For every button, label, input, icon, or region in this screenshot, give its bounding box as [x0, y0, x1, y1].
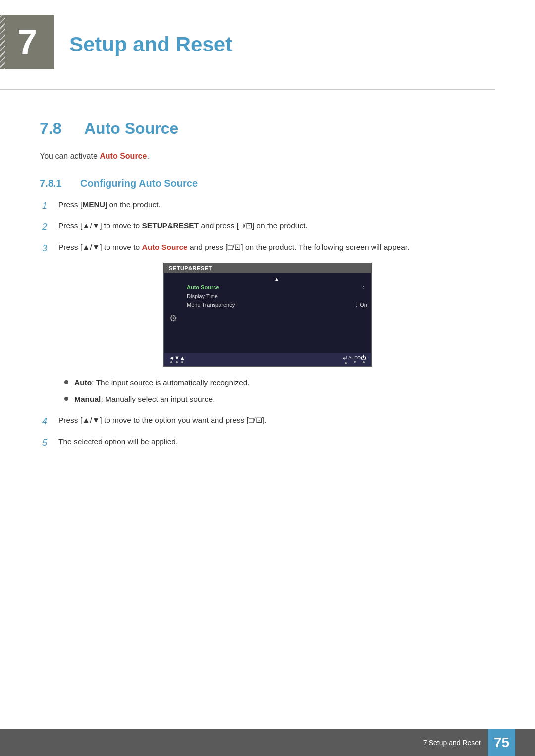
step-2-number: 2 — [40, 220, 58, 234]
step-5-number: 5 — [40, 436, 58, 450]
monitor-display: SETUP&RESET ⚙ ▲ Auto Source : Auto Manua… — [164, 263, 371, 366]
subsection-number: 7.8.1 — [40, 178, 74, 189]
main-content: 7.8 Auto Source You can activate Auto So… — [0, 100, 535, 497]
step-4: 4 Press [▲/▼] to move to the option you … — [40, 414, 495, 429]
chapter-number-box: 7 — [0, 15, 54, 69]
btn-down: ▼ — [174, 355, 180, 363]
step-2: 2 Press [▲/▼] to move to SETUP&RESET and… — [40, 220, 495, 234]
display-time-label: Display Time — [187, 293, 367, 299]
btn-up: ▲ — [180, 355, 185, 363]
menu-row-display-time: Display Time — [183, 292, 371, 301]
auto-source-label: Auto Source — [187, 284, 360, 290]
subsection-heading: 7.8.1 Configuring Auto Source — [40, 178, 495, 189]
step-1-number: 1 — [40, 199, 58, 213]
btn-dot-2 — [176, 361, 178, 363]
bullet-auto-text: Auto: The input source is automatically … — [74, 377, 250, 388]
bullet-list: Auto: The input source is automatically … — [64, 377, 495, 405]
intro-paragraph: You can activate Auto Source. — [40, 150, 495, 163]
menu-body: ⚙ ▲ Auto Source : Auto Manual — [164, 273, 371, 363]
up-icon: ▲ — [180, 355, 185, 361]
btn-power: ⏻ — [361, 355, 366, 363]
enter-icon: ↵ — [343, 354, 348, 362]
step-3-text: Press [▲/▼] to move to Auto Source and p… — [58, 241, 495, 253]
section-title: Auto Source — [84, 119, 178, 138]
btn-dot-6 — [363, 361, 365, 363]
section-number: 7.8 — [40, 119, 74, 138]
step-1: 1 Press [MENU] on the product. — [40, 199, 495, 213]
btn-dot-4 — [345, 362, 347, 364]
btn-dot-5 — [354, 361, 356, 363]
step-4-text: Press [▲/▼] to move to the option you wa… — [58, 414, 495, 427]
btn-enter: ↵ — [343, 354, 348, 364]
step-4-number: 4 — [40, 414, 58, 429]
footer-text: 7 Setup and Reset — [423, 739, 481, 747]
steps-list: 1 Press [MENU] on the product. 2 Press [… — [40, 199, 495, 255]
bullet-manual: Manual: Manually select an input source. — [64, 393, 495, 404]
transparency-label: Menu Transparency — [187, 302, 353, 308]
page-number: 75 — [494, 735, 509, 751]
btn-dot-3 — [181, 361, 183, 363]
btn-left: ◄ — [169, 355, 174, 363]
transparency-colon: : — [356, 302, 357, 308]
chapter-title: Setup and Reset — [69, 28, 232, 56]
bullet-dot-2 — [64, 397, 68, 401]
down-icon: ▼ — [174, 355, 180, 361]
menu-header-bar: SETUP&RESET — [164, 263, 371, 273]
bullet-auto: Auto: The input source is automatically … — [64, 377, 495, 388]
chapter-number: 7 — [17, 24, 37, 60]
chapter-header: 7 Setup and Reset — [0, 0, 535, 79]
page-number-box: 75 — [488, 729, 515, 756]
menu-row-auto-source: Auto Source : Auto Manual — [183, 283, 371, 292]
intro-text-before: You can activate — [40, 152, 100, 160]
intro-text-after: . — [147, 152, 149, 160]
btn-dot-1 — [170, 361, 172, 363]
menu-row-transparency: Menu Transparency : On — [183, 301, 371, 309]
step-1-text: Press [MENU] on the product. — [58, 199, 495, 211]
step-2-text: Press [▲/▼] to move to SETUP&RESET and p… — [58, 220, 495, 232]
settings-icon: ⚙ — [164, 273, 183, 363]
header-divider — [0, 89, 495, 90]
monitor-bottom-bar: ◄ ▼ ▲ ↵ AUTO — [164, 353, 371, 366]
subsection-title: Configuring Auto Source — [80, 178, 198, 189]
btn-auto: AUTO — [348, 355, 361, 363]
scroll-up-arrow: ▲ — [183, 276, 371, 282]
auto-source-colon: : — [363, 284, 365, 290]
auto-icon: AUTO — [348, 355, 361, 360]
bullet-dot-1 — [64, 380, 68, 384]
menu-items-area: ▲ Auto Source : Auto Manual Display Time — [183, 273, 371, 363]
steps-list-2: 4 Press [▲/▼] to move to the option you … — [40, 414, 495, 450]
section-heading: 7.8 Auto Source — [40, 119, 495, 138]
intro-highlight: Auto Source — [100, 152, 147, 160]
step-3: 3 Press [▲/▼] to move to Auto Source and… — [40, 241, 495, 255]
left-icon: ◄ — [169, 355, 174, 361]
page-footer: 7 Setup and Reset 75 — [0, 729, 535, 756]
transparency-value: On — [360, 302, 367, 308]
power-icon: ⏻ — [361, 355, 366, 361]
step-5-text: The selected option will be applied. — [58, 436, 495, 448]
step-5: 5 The selected option will be applied. — [40, 436, 495, 450]
step-3-number: 3 — [40, 241, 58, 255]
monitor-screenshot: SETUP&RESET ⚙ ▲ Auto Source : Auto Manua… — [163, 263, 372, 367]
bullet-manual-text: Manual: Manually select an input source. — [74, 393, 214, 404]
